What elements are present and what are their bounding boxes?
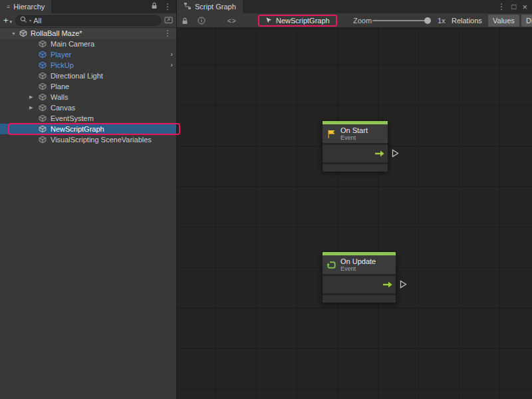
row-label: Main Camera: [51, 40, 94, 48]
gameobject-icon: [39, 136, 47, 144]
relations-button[interactable]: Relations: [447, 15, 487, 27]
graph-lock-icon[interactable]: [182, 13, 188, 28]
hierarchy-row-walls[interactable]: ▶ Walls: [0, 92, 176, 102]
graph-asset-icon: [265, 17, 273, 25]
gameobject-icon: [39, 72, 47, 80]
row-label: Canvas: [51, 104, 75, 112]
gameobject-icon: [39, 104, 47, 112]
graph-name-label: NewScriptGraph: [276, 17, 330, 25]
hierarchy-row-eventsystem[interactable]: EventSystem: [0, 113, 176, 124]
node-on-start[interactable]: On Start Event: [322, 120, 388, 172]
scene-name: RollaBall Maze*: [31, 29, 82, 37]
unity-editor-window: ≡ Hierarchy ⋮ + ▾ ▾: [0, 0, 532, 399]
gameobject-icon: [39, 40, 47, 48]
gameobject-icon: [39, 125, 47, 133]
search-input[interactable]: [33, 17, 156, 25]
kebab-menu-icon[interactable]: ⋮: [164, 3, 172, 11]
graph-name-annotation[interactable]: NewScriptGraph: [258, 15, 337, 27]
row-label: Plane: [51, 82, 69, 90]
flow-port-icon[interactable]: [400, 280, 407, 289]
kebab-menu-icon[interactable]: ⋮: [497, 3, 505, 11]
hierarchy-search-field[interactable]: ▾: [15, 15, 161, 26]
hierarchy-row-player[interactable]: Player ›: [0, 49, 176, 60]
code-view-icon[interactable]: <>: [227, 13, 237, 28]
scene-foldout-icon[interactable]: ▼: [11, 31, 16, 36]
node-port-row: [323, 276, 396, 293]
search-filter-caret-icon[interactable]: ▾: [29, 18, 31, 23]
prefab-open-chevron-icon[interactable]: ›: [170, 50, 173, 58]
foldout-expand-icon[interactable]: ▶: [29, 105, 33, 110]
hierarchy-row-canvas[interactable]: ▶ Canvas: [0, 102, 176, 113]
prefab-icon: [39, 51, 47, 59]
hierarchy-row-newscriptgraph[interactable]: NewScriptGraph: [0, 124, 176, 134]
hierarchy-row-pickup[interactable]: PickUp ›: [0, 60, 176, 70]
row-label: NewScriptGraph: [51, 125, 104, 133]
prefab-open-chevron-icon[interactable]: ›: [170, 61, 173, 68]
hierarchy-row-main-camera[interactable]: Main Camera: [0, 39, 176, 49]
hierarchy-row-directional-light[interactable]: Directional Light: [0, 70, 176, 81]
node-on-update[interactable]: On Update Event: [322, 251, 396, 303]
close-icon[interactable]: ×: [522, 3, 527, 11]
script-graph-panel: Script Graph ⋮ □ × <> NewScriptGraph: [176, 0, 532, 399]
flow-port-icon[interactable]: [392, 149, 399, 158]
gameobject-icon: [39, 114, 47, 122]
maximize-icon[interactable]: □: [511, 3, 516, 11]
prefab-icon: [39, 61, 47, 69]
add-object-button[interactable]: + ▾: [3, 15, 12, 25]
node-header[interactable]: On Update Event: [323, 255, 396, 274]
row-label: EventSystem: [51, 114, 94, 122]
info-icon[interactable]: [198, 13, 205, 28]
row-label: VisualScripting SceneVariables: [51, 136, 152, 144]
graph-tabbar: Script Graph ⋮ □ ×: [177, 0, 532, 13]
flow-output-arrow-icon[interactable]: [383, 281, 392, 288]
hierarchy-panel: ≡ Hierarchy ⋮ + ▾ ▾: [0, 0, 176, 399]
lock-icon[interactable]: [151, 2, 158, 11]
tab-hierarchy[interactable]: ≡ Hierarchy: [0, 0, 51, 13]
hierarchy-tree: ▼ RollaBall Maze* ⋮ Main Camera Player ›…: [0, 28, 176, 399]
flag-icon: [327, 129, 336, 139]
hierarchy-row-plane[interactable]: Plane: [0, 81, 176, 92]
node-header[interactable]: On Start Event: [323, 124, 388, 143]
values-button[interactable]: Values: [488, 15, 519, 27]
tab-script-graph[interactable]: Script Graph: [177, 0, 243, 13]
node-subtitle: Event: [340, 134, 368, 141]
scene-kebab-icon[interactable]: ⋮: [164, 29, 172, 38]
row-label: PickUp: [51, 61, 74, 69]
row-label: Player: [51, 51, 71, 59]
zoom-slider-handle[interactable]: [424, 17, 431, 24]
foldout-expand-icon[interactable]: ▶: [29, 94, 33, 100]
plus-icon: +: [3, 15, 9, 25]
unity-scene-icon: [19, 29, 27, 37]
dim-button[interactable]: Di: [521, 15, 532, 27]
hierarchy-toolbar: + ▾ ▾: [0, 13, 176, 28]
scene-header-row[interactable]: ▼ RollaBall Maze* ⋮: [0, 28, 176, 39]
node-subtitle: Event: [340, 265, 376, 272]
hierarchy-tabbar: ≡ Hierarchy ⋮: [0, 0, 176, 13]
script-graph-tab-icon: [184, 2, 192, 11]
graph-toolbar: <> NewScriptGraph Zoom 1x Relations Valu…: [177, 13, 532, 28]
gameobject-icon: [39, 93, 47, 101]
graph-canvas[interactable]: On Start Event: [177, 28, 532, 399]
loop-icon: [327, 260, 336, 270]
node-port-row: [323, 145, 388, 162]
open-search-window-icon[interactable]: [164, 16, 173, 25]
zoom-slider[interactable]: [372, 13, 430, 28]
gameobject-icon: [39, 82, 47, 90]
node-title: On Update: [340, 257, 376, 265]
hierarchy-tab-icon: ≡: [7, 4, 10, 10]
hierarchy-tab-label: Hierarchy: [13, 3, 45, 11]
flow-output-arrow-icon[interactable]: [375, 150, 384, 157]
node-title: On Start: [340, 126, 368, 134]
node-footer: [323, 295, 396, 303]
hierarchy-row-scenevariables[interactable]: VisualScripting SceneVariables: [0, 134, 176, 145]
zoom-value: 1x: [438, 13, 446, 28]
row-label: Walls: [51, 93, 68, 101]
node-footer: [323, 164, 388, 172]
zoom-label: Zoom: [353, 13, 372, 28]
search-icon: [20, 16, 27, 25]
caret-down-icon: ▾: [10, 19, 13, 25]
row-label: Directional Light: [51, 72, 103, 80]
script-graph-tab-label: Script Graph: [195, 3, 236, 11]
zoom-slider-track[interactable]: [372, 20, 430, 21]
